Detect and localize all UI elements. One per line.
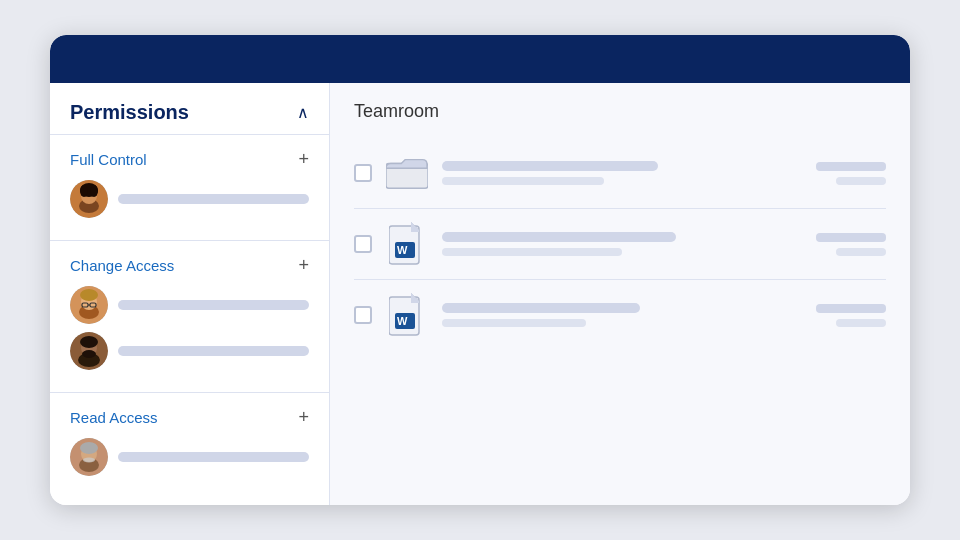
svg-point-22 [83, 458, 95, 463]
svg-point-21 [80, 442, 98, 454]
sidebar: Permissions ∧ Full Control + [50, 83, 330, 505]
checkbox-file1[interactable] [354, 164, 372, 182]
file-row-3: W [354, 280, 886, 350]
collapse-icon[interactable]: ∧ [297, 103, 309, 122]
file-row-1 [354, 138, 886, 209]
file3-name-bar [442, 303, 640, 313]
user-row-1 [70, 180, 309, 218]
file1-meta [816, 162, 886, 185]
file2-sub-bar [442, 248, 622, 256]
svg-point-17 [82, 350, 96, 358]
file3-info [442, 303, 802, 327]
avatar-user2 [70, 286, 108, 324]
card-header [50, 35, 910, 83]
checkbox-file3[interactable] [354, 306, 372, 324]
file2-meta-bar2 [836, 248, 886, 256]
avatar-user4 [70, 438, 108, 476]
file3-meta [816, 304, 886, 327]
main-card: Permissions ∧ Full Control + [50, 35, 910, 505]
file1-meta-bar2 [836, 177, 886, 185]
read-access-header: Read Access + [70, 407, 309, 428]
file2-meta-bar1 [816, 233, 886, 242]
svg-point-9 [80, 289, 98, 301]
folder-icon [386, 152, 428, 194]
word-icon-2: W [386, 294, 428, 336]
user1-name-bar [118, 194, 309, 204]
user4-name-bar [118, 452, 309, 462]
file1-sub-bar [442, 177, 604, 185]
user2-name-bar [118, 300, 309, 310]
file1-meta-bar1 [816, 162, 886, 171]
change-access-label: Change Access [70, 257, 174, 274]
checkbox-file2[interactable] [354, 235, 372, 253]
user-row-2 [70, 286, 309, 324]
file2-meta [816, 233, 886, 256]
avatar-user3 [70, 332, 108, 370]
svg-point-16 [80, 336, 98, 348]
read-access-section: Read Access + [50, 393, 329, 498]
main-content: Teamroom [330, 83, 910, 505]
file1-info [442, 161, 802, 185]
card-body: Permissions ∧ Full Control + [50, 83, 910, 505]
avatar-user1 [70, 180, 108, 218]
user3-name-bar [118, 346, 309, 356]
svg-point-5 [90, 185, 98, 197]
add-read-access-icon[interactable]: + [298, 407, 309, 428]
full-control-section: Full Control + [50, 135, 329, 241]
change-access-section: Change Access + [50, 241, 329, 393]
read-access-label: Read Access [70, 409, 158, 426]
file3-meta-bar1 [816, 304, 886, 313]
file1-name-bar [442, 161, 658, 171]
file3-meta-bar2 [836, 319, 886, 327]
word-icon-1: W [386, 223, 428, 265]
user-row-4 [70, 438, 309, 476]
file2-name-bar [442, 232, 676, 242]
file2-info [442, 232, 802, 256]
permissions-title: Permissions [70, 101, 189, 124]
sidebar-header: Permissions ∧ [50, 83, 329, 135]
file3-sub-bar [442, 319, 586, 327]
svg-point-4 [80, 185, 88, 197]
svg-text:W: W [397, 315, 408, 327]
user-row-3 [70, 332, 309, 370]
full-control-header: Full Control + [70, 149, 309, 170]
file-row-2: W [354, 209, 886, 280]
change-access-header: Change Access + [70, 255, 309, 276]
main-title: Teamroom [354, 101, 886, 122]
full-control-label: Full Control [70, 151, 147, 168]
svg-text:W: W [397, 244, 408, 256]
add-full-control-icon[interactable]: + [298, 149, 309, 170]
add-change-access-icon[interactable]: + [298, 255, 309, 276]
